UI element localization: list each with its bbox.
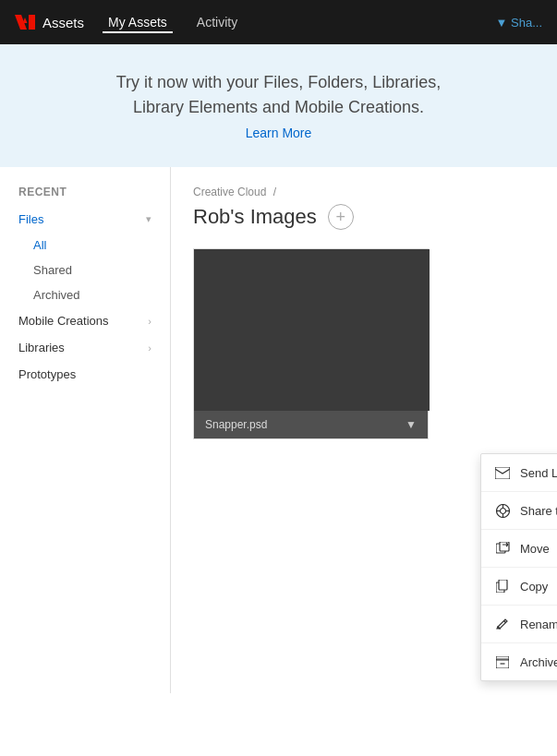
sidebar-item-prototypes[interactable]: Prototypes: [0, 361, 170, 388]
share-slack-icon: [494, 502, 511, 519]
menu-label-share-slack: Share to Slack: [520, 504, 557, 518]
activity-tab[interactable]: Activity: [191, 11, 243, 33]
menu-item-send-link[interactable]: Send Link: [481, 454, 557, 492]
menu-item-rename[interactable]: Rename: [481, 606, 557, 643]
main-content: Recent Files ▾ All Shared Archived Mobil…: [0, 167, 557, 693]
page-title-row: Rob's Images +: [193, 204, 535, 230]
archive-icon: [494, 654, 511, 670]
menu-item-share-slack[interactable]: Share to Slack: [481, 492, 557, 530]
copy-icon: [494, 578, 511, 594]
menu-label-copy: Copy: [520, 580, 548, 594]
page-title: Rob's Images: [193, 205, 317, 229]
logo-text: Assets: [42, 15, 84, 30]
menu-item-copy[interactable]: Copy: [481, 568, 557, 606]
menu-item-archive[interactable]: Archive: [481, 643, 557, 680]
menu-label-send-link: Send Link: [520, 466, 557, 480]
card-footer: Snapper.psd ▼: [194, 411, 428, 438]
files-label: Files: [18, 212, 43, 226]
card-filename: Snapper.psd: [205, 418, 267, 431]
svg-rect-12: [496, 656, 509, 660]
top-nav-bar: Assets My Assets Activity ▼ Sha...: [0, 0, 557, 44]
app-logo: Assets: [15, 15, 84, 30]
share-nav-button[interactable]: ▼ Sha...: [496, 16, 542, 30]
menu-label-move: Move: [520, 542, 550, 556]
breadcrumb: Creative Cloud /: [193, 186, 535, 198]
adobe-cc-icon: [15, 15, 35, 30]
sidebar-sub-item-all[interactable]: All: [0, 233, 170, 258]
sidebar: Recent Files ▾ All Shared Archived Mobil…: [0, 167, 171, 693]
recent-section-title: Recent: [0, 186, 170, 206]
svg-rect-10: [499, 580, 507, 590]
files-chevron-icon: ▾: [146, 213, 151, 225]
mobile-creations-chevron-icon: ›: [148, 316, 151, 327]
menu-item-move[interactable]: Move: [481, 530, 557, 568]
sidebar-sub-item-shared[interactable]: Shared: [0, 258, 170, 282]
frog-image: [194, 249, 430, 411]
promo-banner: Try it now with your Files, Folders, Lib…: [0, 44, 557, 167]
sidebar-item-libraries[interactable]: Libraries ›: [0, 334, 170, 361]
svg-point-2: [500, 508, 505, 513]
sidebar-item-mobile-creations[interactable]: Mobile Creations ›: [0, 307, 170, 334]
svg-rect-8: [500, 542, 509, 551]
learn-more-link[interactable]: Learn More: [246, 126, 312, 140]
menu-label-archive: Archive: [520, 655, 557, 669]
context-menu: Send Link Share to Slack: [480, 453, 557, 681]
menu-label-rename: Rename: [520, 618, 557, 631]
move-icon: [494, 540, 511, 557]
image-card[interactable]: Snapper.psd ▼: [193, 248, 429, 439]
content-area: Creative Cloud / Rob's Images + Snapper.…: [171, 167, 557, 693]
libraries-chevron-icon: ›: [148, 342, 151, 354]
my-assets-tab[interactable]: My Assets: [103, 11, 173, 33]
send-link-icon: [494, 464, 511, 481]
rename-icon: [494, 616, 511, 632]
sidebar-sub-item-archived[interactable]: Archived: [0, 282, 170, 307]
add-button[interactable]: +: [328, 204, 354, 230]
card-dropdown-icon[interactable]: ▼: [406, 418, 417, 431]
image-thumbnail: [194, 249, 430, 411]
sidebar-item-files[interactable]: Files ▾: [0, 206, 170, 233]
banner-text: Try it now with your Files, Folders, Lib…: [37, 70, 520, 120]
